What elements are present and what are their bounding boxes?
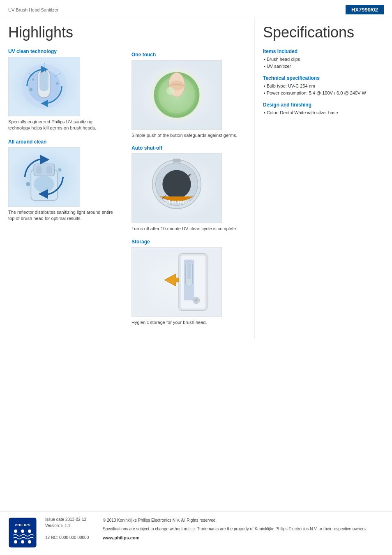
- page-header: UV Brush Head Sanitizer HX7990/02: [0, 0, 392, 17]
- feature-one-touch-image: [131, 60, 222, 130]
- svg-text:10 minute: 10 minute: [164, 199, 189, 205]
- spec-items-item-1: UV sanitizer: [263, 63, 384, 70]
- nc-number: 12 NC: 0000 000 00000: [45, 535, 95, 540]
- svg-point-28: [166, 87, 175, 95]
- feature-one-touch-desc: Simple push of the button safeguards aga…: [131, 132, 238, 139]
- auto-shutoff-svg: 10 minute: [132, 153, 221, 223]
- svg-point-54: [28, 540, 31, 543]
- one-touch-svg: [132, 60, 221, 130]
- feature-all-around: All around clean: [8, 139, 115, 222]
- feature-uv-clean-image: [8, 57, 80, 116]
- specifications-column: Specifications Items included Brush head…: [255, 17, 392, 339]
- svg-point-13: [32, 78, 34, 81]
- svg-point-49: [14, 530, 17, 533]
- feature-storage-desc: Hygienic storage for your brush head.: [131, 319, 238, 326]
- rights: All Rights reserved.: [181, 518, 217, 523]
- feature-uv-clean: UV clean technology: [8, 49, 115, 132]
- svg-point-45: [194, 298, 198, 302]
- highlights-title: Highlights: [8, 24, 115, 41]
- svg-text:PHILIPS: PHILIPS: [15, 523, 31, 527]
- svg-rect-4: [39, 71, 48, 91]
- page-footer: PHILIPS Issue date 2013-02-12 Version: 5…: [0, 511, 392, 555]
- issue-date: Issue date 2013-02-12: [45, 517, 95, 522]
- feature-auto-shutoff: Auto shut-off: [131, 145, 246, 232]
- spec-items-included-title: Items included: [263, 49, 384, 54]
- svg-point-11: [29, 88, 32, 91]
- middle-column: One touch: [123, 17, 255, 339]
- svg-point-53: [21, 540, 24, 543]
- footer-legal: © 2013 Koninklijke Philips Electronics N…: [103, 517, 384, 541]
- specifications-title: Specifications: [263, 24, 384, 41]
- model-number: HX7990/02: [346, 5, 384, 14]
- feature-storage-title: Storage: [131, 239, 246, 245]
- feature-storage: Storage: [131, 239, 246, 326]
- svg-point-21: [58, 168, 62, 171]
- footer-meta: Issue date 2013-02-12 Version: 5.1.1 12 …: [45, 517, 95, 540]
- feature-all-around-image: [8, 147, 80, 207]
- svg-point-52: [14, 540, 17, 543]
- disclaimer: Specifications are subject to change wit…: [103, 526, 384, 532]
- svg-point-51: [28, 530, 31, 533]
- svg-point-19: [34, 176, 54, 192]
- spec-design: Design and finishing Color: Dental White…: [263, 102, 384, 116]
- copyright: © 2013 Koninklijke Philips Electronics N…: [103, 517, 384, 523]
- spec-items-item-0: Brush head clips: [263, 56, 384, 63]
- spec-technical: Technical specifications Bulb type: UV-C…: [263, 75, 384, 96]
- feature-one-touch-title: One touch: [131, 52, 246, 58]
- spec-technical-title: Technical specifications: [263, 75, 384, 81]
- spec-items-included: Items included Brush head clips UV sanit…: [263, 49, 384, 69]
- feature-auto-shutoff-image: 10 minute: [131, 153, 222, 223]
- feature-uv-clean-title: UV clean technology: [8, 49, 115, 54]
- svg-rect-18: [46, 166, 52, 174]
- website: www.philips.com: [103, 534, 384, 541]
- feature-uv-clean-desc: Specially engineered Philips UV sanitizi…: [8, 119, 115, 132]
- svg-point-32: [162, 170, 191, 199]
- feature-all-around-title: All around clean: [8, 139, 115, 145]
- philips-logo-svg: PHILIPS: [8, 517, 37, 548]
- main-content: Highlights UV clean technology: [0, 17, 392, 339]
- svg-point-20: [26, 182, 30, 186]
- highlights-column: Highlights UV clean technology: [0, 17, 123, 339]
- uv-clean-svg: [9, 57, 80, 116]
- feature-storage-image: [131, 247, 222, 317]
- svg-point-50: [21, 530, 24, 533]
- spec-technical-item-1: Power consumption: 5.4 @ 100V / 6.0 @ 24…: [263, 90, 384, 97]
- feature-auto-shutoff-title: Auto shut-off: [131, 145, 246, 151]
- feature-one-touch: One touch: [131, 52, 246, 139]
- all-around-svg: [9, 147, 80, 207]
- svg-rect-42: [187, 263, 191, 279]
- spec-design-item-0: Color: Dental White with silver base: [263, 109, 384, 116]
- product-name: UV Brush Head Sanitizer: [8, 7, 58, 12]
- feature-auto-shutoff-desc: Turns off after 10-minute UV clean cycle…: [131, 226, 238, 232]
- version: Version: 5.1.1: [45, 523, 95, 528]
- feature-all-around-desc: The reflector distributes sanitizing lig…: [8, 209, 115, 222]
- spec-technical-item-0: Bulb type: UV-C 254 nm: [263, 83, 384, 90]
- svg-rect-17: [36, 166, 42, 174]
- svg-rect-36: [173, 159, 181, 163]
- svg-point-12: [56, 82, 59, 85]
- philips-logo: PHILIPS: [8, 517, 37, 549]
- spec-design-title: Design and finishing: [263, 102, 384, 108]
- svg-rect-7: [45, 69, 46, 72]
- storage-svg: [132, 247, 221, 317]
